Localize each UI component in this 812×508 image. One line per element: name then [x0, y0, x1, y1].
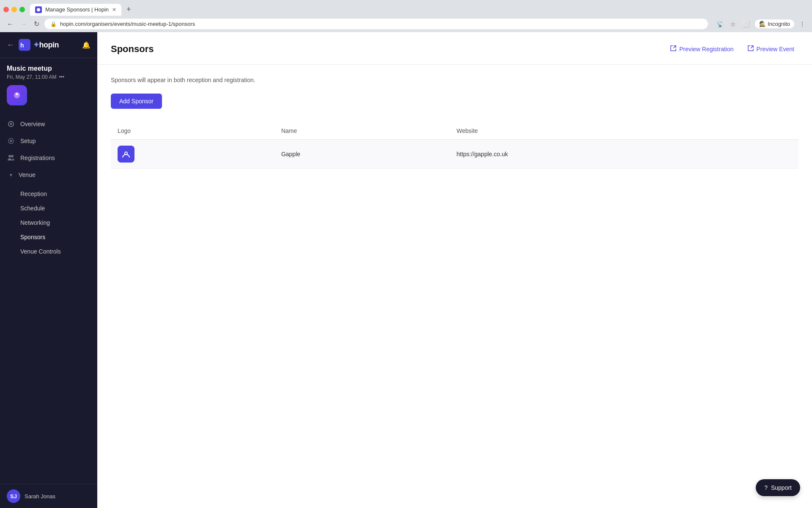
reload-button[interactable]: ↻ [32, 18, 41, 30]
venue-expand-icon: ▼ [7, 171, 15, 179]
registrations-icon [7, 154, 15, 162]
event-date: Fri, May 27, 11:00 AM ••• [7, 74, 91, 80]
support-button[interactable]: ? Support [756, 479, 800, 496]
browser-actions: 📡 ☆ ⬜ 🕵️ Incognito ⋮ [715, 19, 807, 29]
event-avatar [7, 85, 91, 105]
sidebar-item-schedule[interactable]: Schedule [0, 201, 97, 215]
incognito-icon: 🕵️ [759, 21, 766, 27]
page-header: Sponsors Preview Registration [97, 32, 812, 65]
svg-point-5 [16, 93, 18, 95]
menu-icon[interactable]: ⋮ [798, 19, 807, 29]
svg-point-8 [10, 140, 12, 142]
hopin-logo: h ✦hopin [19, 39, 59, 51]
table-header-row: Logo Name Website [111, 122, 798, 140]
table-body: Gapple https://gapple.co.uk [111, 140, 798, 169]
cast-icon[interactable]: 📡 [715, 19, 725, 29]
forward-button[interactable]: → [19, 19, 29, 30]
page-title: Sponsors [111, 44, 154, 55]
tab-bar: Manage Sponsors | Hopin ✕ + [0, 0, 812, 16]
sponsors-table: Logo Name Website [111, 122, 798, 169]
svg-text:h: h [20, 42, 24, 49]
setup-icon [7, 137, 15, 145]
sponsor-logo-cell [111, 140, 274, 169]
address-bar[interactable]: 🔒 hopin.com/organisers/events/music-meet… [44, 19, 708, 29]
support-icon: ? [764, 484, 768, 491]
sponsor-description: Sponsors will appear in both reception a… [111, 77, 798, 83]
minimize-traffic-light[interactable] [11, 7, 17, 12]
svg-point-7 [10, 123, 12, 125]
col-name: Name [274, 122, 450, 140]
nav-section: Overview Setup Registrations ▼ Venue [0, 112, 97, 187]
table-head: Logo Name Website [111, 122, 798, 140]
hopin-wordmark: ✦hopin [33, 40, 59, 50]
traffic-lights [3, 7, 25, 12]
user-name: Sarah Jonas [25, 493, 55, 500]
active-tab[interactable]: Manage Sponsors | Hopin ✕ [30, 4, 121, 16]
sidebar-item-reception[interactable]: Reception [0, 187, 97, 201]
tab-close-button[interactable]: ✕ [112, 7, 116, 13]
sidebar-item-venue-controls[interactable]: Venue Controls [0, 244, 97, 259]
sidebar-item-registrations-label: Registrations [20, 155, 55, 161]
notification-button[interactable]: 🔔 [82, 41, 91, 49]
sidebar-item-networking[interactable]: Networking [0, 215, 97, 230]
user-avatar: SJ [7, 489, 20, 503]
sidebar-footer: SJ Sarah Jonas [0, 484, 97, 508]
browser-chrome: Manage Sponsors | Hopin ✕ + ← → ↻ 🔒 hopi… [0, 0, 812, 32]
preview-event-label: Preview Event [757, 46, 794, 52]
maximize-traffic-light[interactable] [19, 7, 25, 12]
col-website: Website [450, 122, 798, 140]
address-bar-row: ← → ↻ 🔒 hopin.com/organisers/events/musi… [0, 16, 812, 32]
sidebar-item-overview-label: Overview [20, 121, 45, 127]
sidebar-item-overview[interactable]: Overview [0, 116, 97, 133]
app-layout: ← h ✦hopin 🔔 Music meetup Fri, May 27, 1… [0, 32, 812, 508]
overview-icon [7, 120, 15, 128]
svg-point-0 [37, 8, 40, 11]
sidebar-item-venue[interactable]: ▼ Venue [0, 166, 97, 183]
incognito-label: Incognito [768, 21, 790, 27]
sidebar-item-sponsors[interactable]: Sponsors [0, 230, 97, 244]
preview-registration-button[interactable]: Preview Registration [666, 42, 738, 56]
tab-favicon [35, 6, 42, 13]
preview-registration-label: Preview Registration [679, 46, 733, 52]
sidebar-item-venue-label: Venue [19, 171, 36, 178]
bookmark-icon[interactable]: ☆ [729, 19, 738, 29]
sponsor-name-cell: Gapple [274, 140, 450, 169]
sidebar-back-button[interactable]: ← [7, 41, 14, 50]
add-sponsor-button[interactable]: Add Sponsor [111, 94, 162, 109]
sidebar-header: ← h ✦hopin 🔔 [0, 32, 97, 58]
preview-registration-icon [670, 45, 677, 53]
event-date-more-button[interactable]: ••• [59, 74, 64, 80]
sidebar-item-setup-label: Setup [20, 138, 36, 144]
venue-sub-nav: Reception Schedule Networking Sponsors V… [0, 187, 97, 262]
back-button[interactable]: ← [5, 19, 15, 30]
close-traffic-light[interactable] [3, 7, 9, 12]
sponsor-website-cell: https://gapple.co.uk [450, 140, 798, 169]
sidebar: ← h ✦hopin 🔔 Music meetup Fri, May 27, 1… [0, 32, 97, 508]
hopin-logo-icon: h [19, 39, 30, 51]
address-text: hopin.com/organisers/events/music-meetup… [60, 21, 195, 27]
svg-point-10 [125, 152, 127, 154]
sponsor-logo [118, 146, 134, 163]
split-screen-icon[interactable]: ⬜ [741, 19, 752, 29]
sidebar-item-setup[interactable]: Setup [0, 133, 97, 149]
support-label: Support [771, 484, 792, 491]
lock-icon: 🔒 [50, 21, 57, 27]
sidebar-item-registrations[interactable]: Registrations [0, 149, 97, 166]
main-content: Sponsors Preview Registration [97, 32, 812, 508]
header-actions: Preview Registration Preview Event [666, 42, 798, 56]
incognito-badge: 🕵️ Incognito [755, 19, 794, 28]
col-logo: Logo [111, 122, 274, 140]
event-name: Music meetup [7, 65, 91, 72]
preview-event-icon [747, 45, 754, 53]
page-body: Sponsors will appear in both reception a… [97, 65, 812, 508]
event-avatar-image [7, 85, 27, 105]
event-info: Music meetup Fri, May 27, 11:00 AM ••• [0, 58, 97, 112]
table-row[interactable]: Gapple https://gapple.co.uk [111, 140, 798, 169]
tab-title: Manage Sponsors | Hopin [45, 6, 109, 13]
new-tab-button[interactable]: + [123, 3, 134, 16]
preview-event-button[interactable]: Preview Event [743, 42, 798, 56]
